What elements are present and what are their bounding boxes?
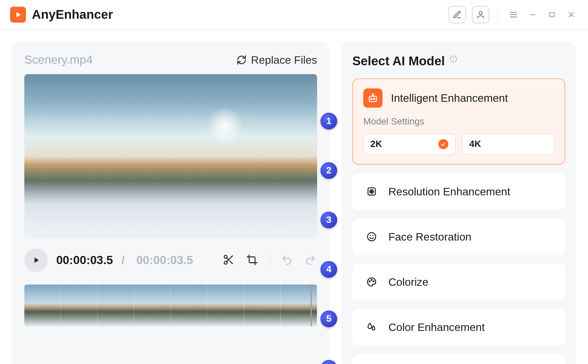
file-name: Scenery.mp4	[24, 53, 93, 67]
option-4k[interactable]: 4K	[462, 134, 555, 155]
svg-point-15	[453, 58, 453, 58]
model-label: Face Restoration	[388, 230, 472, 243]
palette-icon	[363, 274, 380, 290]
playback-controls: 00:00:03.5/ 00:00:03.5	[24, 248, 317, 272]
account-button[interactable]	[472, 6, 490, 24]
replace-files-button[interactable]: Replace Files	[237, 53, 317, 66]
divider	[270, 255, 270, 266]
model-color-enhancement[interactable]: Color Enhancement	[352, 309, 565, 345]
model-label: Colorize	[388, 275, 428, 288]
minimize-icon	[528, 11, 537, 19]
svg-point-26	[369, 281, 370, 282]
undo-button[interactable]	[281, 254, 294, 267]
play-button[interactable]	[24, 248, 48, 272]
svg-rect-16	[369, 96, 376, 102]
timeline-thumb	[171, 285, 207, 327]
menu-icon	[509, 10, 518, 19]
info-icon[interactable]	[449, 55, 458, 63]
crop-icon	[246, 254, 258, 266]
app-header: AnyEnhancer	[0, 0, 588, 30]
model-resolution-enhancement[interactable]: Resolution Enhancement	[352, 173, 565, 210]
svg-point-22	[371, 191, 372, 192]
model-settings-label: Model Settings	[363, 116, 555, 127]
close-icon	[567, 11, 576, 19]
model-denoise[interactable]: Denoise	[352, 354, 565, 364]
close-button[interactable]	[564, 8, 578, 21]
brand: AnyEnhancer	[10, 7, 113, 22]
svg-point-17	[371, 98, 372, 100]
scissors-icon	[223, 254, 234, 266]
svg-point-18	[374, 98, 375, 100]
video-preview[interactable]	[24, 74, 317, 239]
minimize-button[interactable]	[526, 8, 540, 21]
option-2k[interactable]: 2K	[363, 134, 456, 155]
undo-icon	[281, 254, 293, 266]
editor-panel: Scenery.mp4 Replace Files 00:00:03.5/ 00…	[12, 42, 329, 364]
section-title: Select AI Model	[352, 54, 445, 68]
timeline-thumb	[207, 285, 244, 327]
model-face-restoration[interactable]: Face Restoration	[352, 218, 565, 255]
app-name: AnyEnhancer	[32, 8, 113, 22]
svg-point-23	[368, 233, 376, 241]
replace-icon	[237, 55, 247, 65]
redo-button[interactable]	[305, 254, 317, 267]
svg-point-28	[373, 281, 374, 282]
model-label: Color Enhancement	[388, 321, 485, 334]
step-badge-2: 2	[320, 162, 337, 179]
step-badge-6: 6	[320, 360, 337, 364]
cut-button[interactable]	[223, 254, 236, 267]
timeline-thumb	[98, 285, 134, 327]
divider	[498, 8, 498, 22]
redo-icon	[305, 254, 316, 266]
time-current: 00:00:03.5	[56, 254, 113, 267]
timeline[interactable]	[24, 285, 317, 327]
model-colorize[interactable]: Colorize	[352, 264, 565, 300]
step-badge-1: 1	[320, 113, 337, 129]
step-badges: 1 2 3 4 5 6 7	[320, 113, 337, 364]
smile-icon	[363, 228, 380, 245]
timeline-thumb	[244, 285, 281, 327]
edit-button[interactable]	[448, 6, 466, 24]
replace-files-label: Replace Files	[251, 53, 317, 66]
crop-button[interactable]	[246, 254, 259, 267]
maximize-icon	[548, 11, 556, 19]
robot-icon	[363, 88, 383, 108]
option-4k-label: 4K	[469, 139, 481, 150]
svg-line-11	[230, 261, 232, 264]
edit-icon	[453, 10, 462, 19]
svg-point-0	[479, 12, 482, 15]
timeline-thumb	[61, 285, 97, 327]
svg-point-19	[372, 94, 373, 95]
time-total: 00:00:03.5	[136, 254, 193, 267]
step-badge-4: 4	[320, 261, 337, 278]
droplets-icon	[363, 319, 380, 335]
svg-line-12	[227, 258, 229, 260]
time-sep: /	[121, 254, 128, 267]
step-badge-3: 3	[320, 211, 337, 228]
maximize-button[interactable]	[545, 8, 559, 21]
svg-point-27	[371, 279, 372, 280]
header-controls	[448, 6, 578, 24]
timeline-thumb	[24, 285, 61, 327]
option-2k-label: 2K	[370, 139, 382, 150]
app-logo-icon	[10, 7, 26, 22]
play-icon	[31, 256, 41, 265]
check-icon	[438, 139, 448, 149]
model-label: Resolution Enhancement	[388, 185, 510, 198]
timeline-thumb	[134, 285, 171, 327]
target-icon	[363, 183, 380, 200]
user-icon	[476, 10, 485, 19]
model-label: Intelligent Enhancement	[391, 91, 508, 104]
model-intelligent-enhancement[interactable]: Intelligent Enhancement Model Settings 2…	[352, 78, 565, 165]
svg-rect-5	[550, 12, 554, 17]
model-panel: Select AI Model Intelligent Enhancement …	[341, 42, 576, 364]
step-badge-5: 5	[320, 310, 337, 327]
menu-button[interactable]	[507, 8, 520, 21]
